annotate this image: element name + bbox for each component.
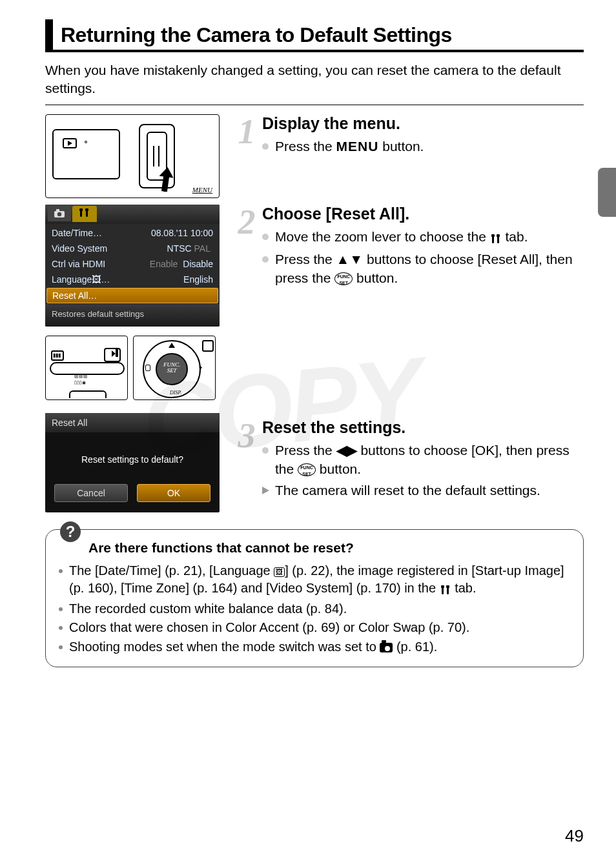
button-diagrams: ▮▮▮ ▥▥▥ ▯▯▯◉ FUNC.SET DISP. ✦ [45,336,220,400]
settings-menu-screenshot: Date/Time… 08.08.'11 10:00 Video System … [45,205,220,327]
svg-point-2 [57,212,61,216]
tip-box: ? Are there functions that cannot be res… [45,529,584,667]
steps-container: MENU 1 Display the menu. Press the MENU … [45,114,584,512]
camera-tab-icon [48,207,71,221]
reset-dialog-screenshot: Reset All Reset settings to default? Can… [45,413,220,512]
up-down-arrows-icon: ▲▼ [336,252,364,267]
camera-back-illustration: MENU [45,114,220,198]
svg-rect-10 [497,234,500,237]
tip-title: Are there functions that cannot be reset… [88,539,571,556]
menu-row-datetime: Date/Time… 08.08.'11 10:00 [45,225,220,241]
menu-row-hdmi: Ctrl via HDMI Enable Disable [45,256,220,272]
tip-item-3: Colors that were chosen in Color Accent … [57,619,571,637]
menu-tabs [45,205,220,224]
step-1-number: 1 [235,114,258,158]
step-2-bullet-1: Move the zoom lever to choose the tab. [262,227,584,247]
tools-tab-icon [72,206,97,222]
question-badge-icon: ? [60,521,81,542]
tools-icon [490,228,502,247]
step-1-title: Display the menu. [262,114,584,133]
menu-footer: Restores default settings [45,304,220,327]
section-title-bar: Returning the Camera to Default Settings [45,19,584,52]
dialog-title: Reset All [45,413,220,432]
func-set-icon: FUNCSET [334,272,353,285]
tip-item-2: The recorded custom white balance data (… [57,600,571,618]
tip-item-4: Shooting modes set when the mode switch … [57,638,571,656]
menu-word-icon: MENU [336,139,379,154]
func-set-icon: FUNCSET [298,463,316,476]
intro-text: When you have mistakenly changed a setti… [45,61,584,105]
dpad-diagram: FUNC.SET DISP. ✦ [133,336,216,400]
svg-rect-12 [441,585,444,588]
svg-rect-14 [446,585,449,588]
step-1: MENU 1 Display the menu. Press the MENU … [45,114,584,198]
menu-label: MENU [192,186,212,194]
camera-mode-icon [380,643,393,652]
menu-row-video: Video System NTSC PAL [45,241,220,256]
svg-rect-6 [85,208,88,211]
step-2-title: Choose [Reset All]. [262,205,584,223]
step-3-bullet-2: The camera will reset to the default set… [262,481,584,500]
language-icon: 🖾 [274,567,285,577]
svg-rect-1 [56,209,59,212]
menu-row-resetall: Reset All… [46,288,218,303]
svg-rect-8 [491,234,495,237]
left-right-arrows-icon: ◀▶ [336,443,357,458]
svg-rect-4 [79,208,83,211]
step-2-number: 2 [235,205,258,290]
section-title: Returning the Camera to Default Settings [61,23,579,47]
tools-icon [440,581,451,599]
menu-row-language: Language🖾… English [45,272,220,287]
dialog-ok-button: OK [137,484,210,502]
step-2: Date/Time… 08.08.'11 10:00 Video System … [45,205,584,400]
dialog-body: Reset settings to default? [45,432,220,484]
dialog-cancel-button: Cancel [54,484,128,502]
tip-item-1: The [Date/Time] (p. 21), [Language 🖾] (p… [57,562,571,599]
step-3-bullet-1: Press the ◀▶ buttons to choose [OK], the… [262,441,584,479]
step-3-number: 3 [235,418,258,503]
step-3-title: Reset the settings. [262,418,584,437]
zoom-lever-diagram: ▮▮▮ ▥▥▥ ▯▯▯◉ [45,336,128,400]
step-2-bullet-2: Press the ▲▼ buttons to choose [Reset Al… [262,250,584,288]
step-1-bullet-1: Press the MENU button. [262,137,584,156]
page-number: 49 [565,826,584,846]
page-thumb-tab [598,168,616,217]
step-3: Reset All Reset settings to default? Can… [45,407,584,512]
